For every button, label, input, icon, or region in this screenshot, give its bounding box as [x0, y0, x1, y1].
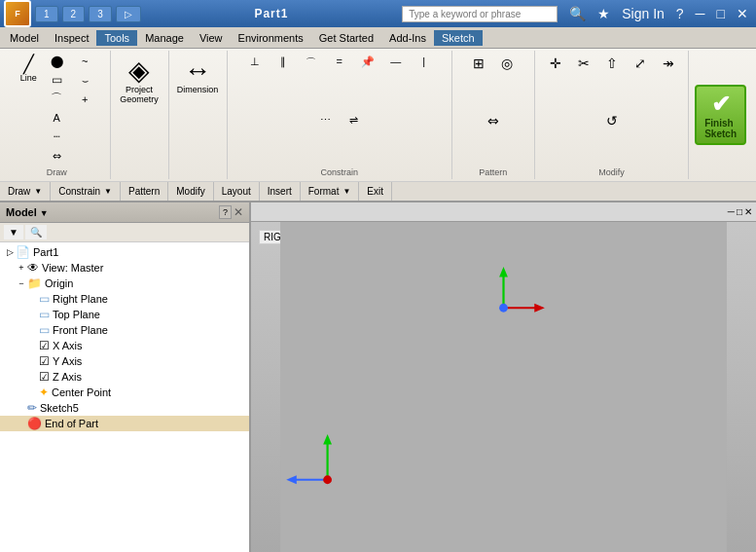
- constrain-label: Constrain: [320, 166, 358, 177]
- maximize-btn[interactable]: □: [713, 6, 729, 21]
- constrain-btn-1[interactable]: ⊥: [241, 53, 269, 110]
- exit-section[interactable]: Exit: [359, 182, 392, 201]
- tree-expand-view[interactable]: +: [16, 263, 27, 273]
- draw-btn-7[interactable]: A: [43, 109, 70, 127]
- modify-btn-1[interactable]: ✛: [542, 53, 569, 109]
- constrain-btn-7[interactable]: |: [411, 53, 438, 110]
- ribbon-group-draw: ╱ Line ⬤ ▭ ⌒ ~ ⌣ + A ┄ ⇔: [4, 51, 111, 179]
- constrain-btn-2[interactable]: ∥: [270, 53, 297, 110]
- constrain-btn-9[interactable]: ⇌: [340, 111, 367, 166]
- menu-inspect[interactable]: Inspect: [47, 30, 96, 46]
- menu-model[interactable]: Model: [2, 30, 47, 46]
- constrain-btn-4[interactable]: =: [326, 53, 353, 110]
- menu-environments[interactable]: Environments: [231, 30, 311, 46]
- constrain-btn-8[interactable]: ⋯: [311, 111, 339, 166]
- ribbon-group-modify: ✛ ✂ ⇧ ⤢ ↠ ↺ Modify: [535, 51, 689, 179]
- menu-manage[interactable]: Manage: [137, 30, 192, 46]
- tree-expand-top-plane: [27, 310, 39, 319]
- tree-item-front-plane[interactable]: ▭ Front Plane: [0, 322, 249, 338]
- constrain-btn-3[interactable]: ⌒: [298, 53, 325, 110]
- mirror-pattern-icon: ⇔: [487, 113, 499, 129]
- pattern-btn-1[interactable]: ⊞: [465, 53, 492, 109]
- format-section[interactable]: Format ▼: [301, 182, 360, 201]
- tree-expand-origin[interactable]: −: [16, 278, 27, 288]
- modify-label: Modify: [598, 166, 625, 177]
- tree-label-x-axis: X Axis: [53, 340, 83, 351]
- tree-expand-part1[interactable]: ▷: [4, 247, 16, 257]
- title-search-input[interactable]: [402, 6, 558, 22]
- constrain-btn-5[interactable]: 📌: [354, 53, 381, 110]
- tree-item-top-plane[interactable]: ▭ Top Plane: [0, 307, 249, 322]
- menu-add-ins[interactable]: Add-Ins: [381, 30, 434, 46]
- help-btn[interactable]: ?: [672, 6, 688, 21]
- tab-btn-more[interactable]: ▷: [116, 6, 141, 22]
- viewport-max-btn[interactable]: □: [737, 206, 742, 217]
- top-plane-icon: ▭: [39, 308, 50, 321]
- search-tree-btn[interactable]: 🔍: [25, 225, 47, 239]
- centerline-icon: ┄: [54, 130, 60, 143]
- tree-label-right-plane: Right Plane: [53, 293, 108, 305]
- draw-btn-2[interactable]: ▭: [43, 71, 70, 89]
- tree-item-right-plane[interactable]: ▭ Right Plane: [0, 291, 249, 307]
- tree-label-end-of-part: End of Part: [45, 418, 98, 429]
- tree-item-end-of-part[interactable]: 🔴 End of Part: [0, 416, 249, 431]
- line-btn[interactable]: ╱ Line: [15, 53, 42, 108]
- tree-item-center-point[interactable]: ✦ Center Point: [0, 385, 249, 400]
- bookmark-icon[interactable]: ★: [594, 6, 614, 21]
- tree-item-part1[interactable]: ▷ 📄 Part1: [0, 244, 249, 260]
- viewport[interactable]: ─ □ ✕ RIGHT: [251, 202, 756, 552]
- constrain-section[interactable]: Constrain ▼: [51, 182, 121, 201]
- menu-get-started[interactable]: Get Started: [311, 30, 381, 46]
- tree-item-x-axis[interactable]: ☑ X Axis: [0, 338, 249, 353]
- tree-expand-end-of-part: [16, 419, 27, 428]
- draw-btn-3[interactable]: ⌒: [43, 90, 70, 107]
- modify-btn-6[interactable]: ↺: [598, 110, 626, 166]
- modify-btn-3[interactable]: ⇧: [598, 53, 626, 109]
- tab-btn-3[interactable]: 3: [89, 6, 112, 22]
- project-geometry-icon: ◈: [128, 57, 150, 85]
- layout-section[interactable]: Layout: [214, 182, 260, 201]
- draw-btn-8[interactable]: ┄: [43, 128, 70, 146]
- modify-btn-2[interactable]: ✂: [570, 53, 597, 109]
- tree-item-z-axis[interactable]: ☑ Z Axis: [0, 369, 249, 385]
- panel-close-btn[interactable]: ✕: [234, 205, 243, 219]
- horizontal-icon: —: [390, 55, 401, 67]
- close-btn[interactable]: ✕: [733, 6, 752, 21]
- tree-item-sketch5[interactable]: ✏ Sketch5: [0, 400, 249, 416]
- sign-in-btn[interactable]: Sign In: [618, 6, 668, 21]
- viewport-min-btn[interactable]: ─: [728, 206, 735, 217]
- modify-btn-5[interactable]: ↠: [655, 53, 682, 109]
- draw-section[interactable]: Draw ▼: [0, 182, 51, 201]
- finish-sketch-btn[interactable]: ✔ FinishSketch: [695, 85, 746, 145]
- menu-bar: Model Inspect Tools Manage View Environm…: [0, 27, 756, 49]
- draw-btn-1[interactable]: ⬤: [43, 53, 70, 70]
- draw-btn-9[interactable]: ⇔: [43, 147, 70, 166]
- search-icon[interactable]: 🔍: [565, 6, 590, 21]
- modify-section[interactable]: Modify: [168, 182, 213, 201]
- filter-btn[interactable]: ▼: [4, 225, 23, 239]
- modify-btn-4[interactable]: ⤢: [627, 53, 654, 109]
- panel-help-btn[interactable]: ?: [219, 205, 232, 219]
- insert-section[interactable]: Insert: [260, 182, 301, 201]
- dimension-btn[interactable]: ↔ Dimension: [172, 53, 224, 99]
- tree-item-view-master[interactable]: + 👁 View: Master: [0, 260, 249, 276]
- menu-tools[interactable]: Tools: [96, 30, 137, 46]
- draw-btn-6[interactable]: +: [71, 91, 98, 108]
- draw-btn-5[interactable]: ⌣: [71, 71, 98, 90]
- tab-btn-1[interactable]: 1: [35, 6, 58, 22]
- menu-sketch[interactable]: Sketch: [434, 30, 483, 46]
- tree-item-origin[interactable]: − 📁 Origin: [0, 276, 249, 291]
- minimize-btn[interactable]: ─: [692, 6, 709, 21]
- draw-btn-4[interactable]: ~: [71, 53, 98, 70]
- title-bar: F 1 2 3 ▷ Part1 🔍 ★ Sign In ? ─ □ ✕: [0, 0, 756, 27]
- dimension-label: Dimension: [177, 85, 219, 94]
- menu-view[interactable]: View: [192, 30, 231, 46]
- tab-btn-2[interactable]: 2: [62, 6, 86, 22]
- pattern-btn-2[interactable]: ◎: [493, 53, 521, 109]
- pattern-btn-3[interactable]: ⇔: [480, 110, 507, 166]
- tree-item-y-axis[interactable]: ☑ Y Axis: [0, 353, 249, 369]
- pattern-section[interactable]: Pattern: [121, 182, 168, 201]
- project-geometry-btn[interactable]: ◈ ProjectGeometry: [115, 53, 163, 109]
- viewport-close-btn[interactable]: ✕: [744, 206, 752, 217]
- constrain-btn-6[interactable]: —: [382, 53, 410, 110]
